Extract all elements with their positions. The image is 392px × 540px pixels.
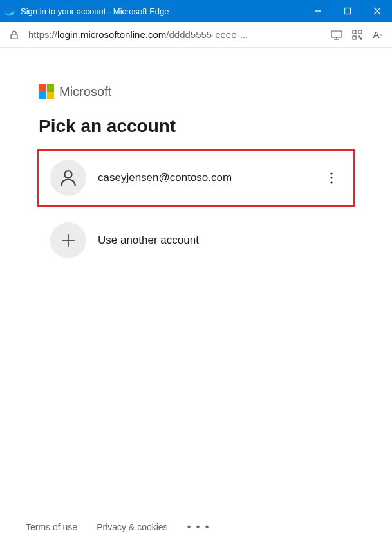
svg-point-16 bbox=[330, 177, 332, 178]
footer: Terms of use Privacy & cookies • • • bbox=[0, 514, 392, 540]
microsoft-logo-icon bbox=[39, 84, 54, 99]
svg-rect-13 bbox=[360, 38, 362, 39]
close-button[interactable] bbox=[362, 0, 392, 22]
account-email: caseyjensen@contoso.com bbox=[98, 171, 310, 184]
svg-rect-6 bbox=[331, 31, 342, 37]
use-another-account-tile[interactable]: Use another account bbox=[39, 213, 353, 267]
footer-more-button[interactable]: • • • bbox=[187, 521, 210, 533]
svg-rect-12 bbox=[359, 36, 360, 37]
read-aloud-icon[interactable]: A» bbox=[371, 28, 384, 41]
microsoft-brand-text: Microsoft bbox=[59, 84, 111, 99]
window-title: Sign in to your account - Microsoft Edge bbox=[21, 6, 303, 16]
main-content: Microsoft Pick an account caseyjensen@co… bbox=[0, 48, 392, 514]
svg-rect-5 bbox=[11, 34, 17, 39]
url-path: /dddd5555-eeee-... bbox=[166, 29, 248, 40]
qr-icon[interactable] bbox=[351, 28, 364, 41]
account-more-button[interactable] bbox=[321, 168, 342, 188]
svg-point-15 bbox=[330, 172, 332, 174]
person-icon bbox=[50, 160, 86, 196]
svg-rect-10 bbox=[359, 30, 362, 34]
plus-icon bbox=[50, 222, 86, 258]
page-heading: Pick an account bbox=[39, 116, 353, 137]
svg-rect-9 bbox=[353, 30, 356, 34]
window-controls bbox=[303, 0, 392, 22]
use-another-account-label: Use another account bbox=[98, 234, 342, 247]
maximize-button[interactable] bbox=[333, 0, 362, 22]
account-tile[interactable]: caseyjensen@contoso.com bbox=[37, 149, 355, 207]
terms-link[interactable]: Terms of use bbox=[26, 522, 77, 532]
url-host: login.microsoftonline.com bbox=[57, 29, 166, 40]
edge-logo-icon bbox=[4, 5, 15, 17]
svg-rect-2 bbox=[345, 8, 351, 14]
window-titlebar: Sign in to your account - Microsoft Edge bbox=[0, 0, 392, 22]
address-bar: https://login.microsoftonline.com/dddd55… bbox=[0, 22, 392, 48]
url-field[interactable]: https://login.microsoftonline.com/dddd55… bbox=[28, 29, 322, 40]
svg-point-17 bbox=[330, 181, 332, 183]
privacy-link[interactable]: Privacy & cookies bbox=[97, 522, 167, 532]
url-scheme: https:// bbox=[28, 29, 57, 40]
lock-icon[interactable] bbox=[8, 28, 21, 41]
desktop-icon[interactable] bbox=[330, 28, 343, 41]
svg-point-14 bbox=[64, 171, 71, 178]
microsoft-brand: Microsoft bbox=[39, 84, 353, 99]
minimize-button[interactable] bbox=[303, 0, 333, 22]
svg-rect-11 bbox=[353, 36, 356, 39]
